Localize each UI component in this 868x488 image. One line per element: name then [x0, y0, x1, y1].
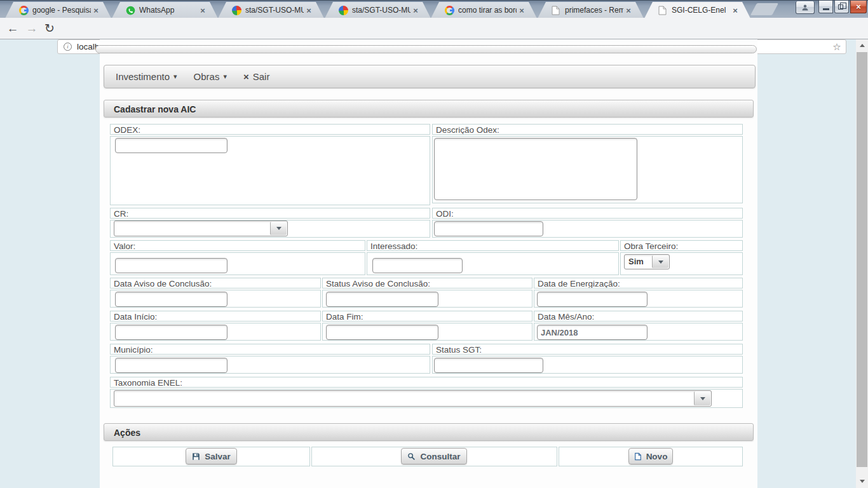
- cr-dropdown[interactable]: [114, 220, 288, 236]
- restore-button[interactable]: [834, 1, 849, 13]
- dropdown-button[interactable]: [652, 255, 668, 268]
- browser-toolbar: ← → ↻ i localhost:8080/SGT-SGI/pagina/ai…: [0, 18, 868, 39]
- panel-header-cadastrar-nova-aic: Cadastrar nova AIC: [104, 100, 754, 118]
- label-valor: Valor:: [110, 240, 365, 251]
- menu-label: Investimento: [116, 71, 170, 82]
- label-status-sgt: Status SGT:: [432, 344, 743, 355]
- label-data-energizacao: Data de Energização:: [534, 278, 743, 288]
- tab-sgi-celg-enel-active[interactable]: SGI-CELG-Enel ×: [644, 2, 750, 18]
- tab-close-icon[interactable]: ×: [517, 6, 527, 15]
- google-icon: [19, 6, 29, 15]
- status-sgt-input[interactable]: [434, 358, 543, 373]
- scroll-up-arrow[interactable]: [856, 40, 868, 51]
- pinwheel-icon: [232, 6, 241, 15]
- whatsapp-icon: [126, 6, 135, 15]
- vertical-scrollbar-thumb[interactable]: [857, 52, 867, 467]
- tab-sgt-uso-mutuo-2[interactable]: sta/SGT-USO-MUTU ×: [325, 2, 431, 18]
- window-controls: ×: [796, 1, 867, 14]
- obra-terceiro-dropdown[interactable]: Sim: [624, 254, 670, 269]
- new-button[interactable]: Novo: [628, 448, 673, 464]
- minimize-icon: [823, 8, 829, 10]
- odex-input[interactable]: [115, 138, 227, 153]
- person-icon: [801, 4, 809, 11]
- tab-whatsapp[interactable]: WhatsApp ×: [112, 2, 218, 18]
- odi-input[interactable]: [434, 221, 543, 236]
- scroll-down-arrow[interactable]: [856, 476, 868, 487]
- horizontal-scrollbar[interactable]: [95, 45, 757, 53]
- tab-title: sta/SGT-USO-MUTU: [352, 6, 410, 15]
- label-odex: ODEX:: [110, 124, 430, 135]
- tab-sgt-uso-mutuo-1[interactable]: sta/SGT-USO-MUTU ×: [218, 2, 324, 18]
- tab-close-icon[interactable]: ×: [198, 6, 208, 15]
- descricao-odex-textarea[interactable]: [434, 138, 637, 200]
- search-button[interactable]: Consultar: [401, 448, 467, 464]
- window-close-button[interactable]: ×: [850, 1, 867, 13]
- menu-label: Sair: [253, 71, 270, 82]
- chevron-down-icon: [276, 227, 281, 230]
- forward-button[interactable]: →: [23, 20, 41, 37]
- panel-header-acoes: Ações: [104, 423, 754, 441]
- menu-item-investimento[interactable]: Investimento ▾: [116, 71, 177, 82]
- pinwheel-icon: [339, 6, 348, 15]
- dropdown-button[interactable]: [270, 222, 287, 235]
- taxonomia-enel-dropdown[interactable]: [114, 390, 712, 407]
- menu-item-sair[interactable]: × Sair: [243, 71, 269, 82]
- label-municipio: Município:: [110, 344, 430, 355]
- menu-item-obras[interactable]: Obras ▾: [194, 71, 227, 82]
- label-data-mes-ano: Data Mês/Ano:: [534, 311, 743, 322]
- vertical-scrollbar[interactable]: [856, 39, 868, 488]
- taxonomia-enel-value: [114, 391, 693, 406]
- interessado-input[interactable]: [372, 258, 463, 273]
- bookmark-star-icon[interactable]: ☆: [828, 41, 846, 53]
- profile-button[interactable]: [796, 1, 815, 14]
- data-mes-ano-input[interactable]: [537, 325, 648, 340]
- tab-close-icon[interactable]: ×: [304, 6, 314, 15]
- label-obra-terceiro: Obra Terceiro:: [620, 240, 743, 251]
- tab-close-icon[interactable]: ×: [623, 6, 634, 15]
- tab-google-search[interactable]: google - Pesquisa G ×: [5, 2, 111, 18]
- obra-terceiro-value: Sim: [625, 255, 651, 269]
- dropdown-button[interactable]: [694, 391, 710, 405]
- data-inicio-input[interactable]: [115, 325, 227, 340]
- label-descricao-odex: Descrição Odex:: [432, 124, 743, 135]
- restore-icon: [838, 4, 843, 10]
- tab-como-tirar-bordas[interactable]: como tirar as borda ×: [431, 2, 537, 18]
- search-button-label: Consultar: [420, 452, 460, 461]
- reload-button[interactable]: ↻: [41, 20, 58, 37]
- search-icon: [407, 452, 416, 461]
- valor-input[interactable]: [115, 258, 227, 273]
- new-tab-button[interactable]: [750, 3, 778, 15]
- label-data-inicio: Data Início:: [110, 311, 321, 322]
- chevron-down-icon: ▾: [223, 72, 227, 81]
- label-odi: ODI:: [432, 208, 743, 219]
- tab-title: sta/SGT-USO-MUTU: [245, 6, 304, 15]
- chevron-down-icon: [700, 397, 705, 400]
- label-data-fim: Data Fim:: [322, 311, 532, 322]
- label-data-aviso-conclusao: Data Aviso de Conclusão:: [110, 278, 321, 288]
- menu-label: Obras: [194, 71, 220, 82]
- chevron-down-icon: ▾: [173, 72, 177, 81]
- tab-title: WhatsApp: [139, 6, 198, 15]
- minimize-button[interactable]: [818, 1, 833, 13]
- label-interessado: Interessado:: [367, 240, 619, 251]
- data-energizacao-input[interactable]: [537, 292, 648, 307]
- cr-dropdown-value: [114, 221, 269, 236]
- tab-close-icon[interactable]: ×: [410, 6, 421, 15]
- data-aviso-conclusao-input[interactable]: [115, 292, 227, 307]
- tab-primefaces[interactable]: primefaces - Remov ×: [538, 2, 644, 18]
- label-status-aviso-conclusao: Status Aviso de Conclusão:: [322, 278, 532, 288]
- new-document-icon: [634, 452, 642, 461]
- data-fim-input[interactable]: [326, 325, 438, 340]
- tab-close-icon[interactable]: ×: [91, 6, 101, 15]
- save-button[interactable]: Salvar: [186, 448, 237, 464]
- tab-title: primefaces - Remov: [565, 6, 623, 15]
- municipio-input[interactable]: [115, 358, 227, 373]
- status-aviso-conclusao-input[interactable]: [326, 292, 438, 307]
- save-disk-icon: [192, 452, 200, 461]
- info-icon[interactable]: i: [64, 43, 72, 51]
- tab-close-icon[interactable]: ×: [730, 6, 740, 15]
- exit-x-icon: ×: [243, 71, 249, 82]
- tab-title: SGI-CELG-Enel: [672, 6, 730, 15]
- back-button[interactable]: ←: [4, 20, 22, 37]
- save-button-label: Salvar: [205, 452, 231, 461]
